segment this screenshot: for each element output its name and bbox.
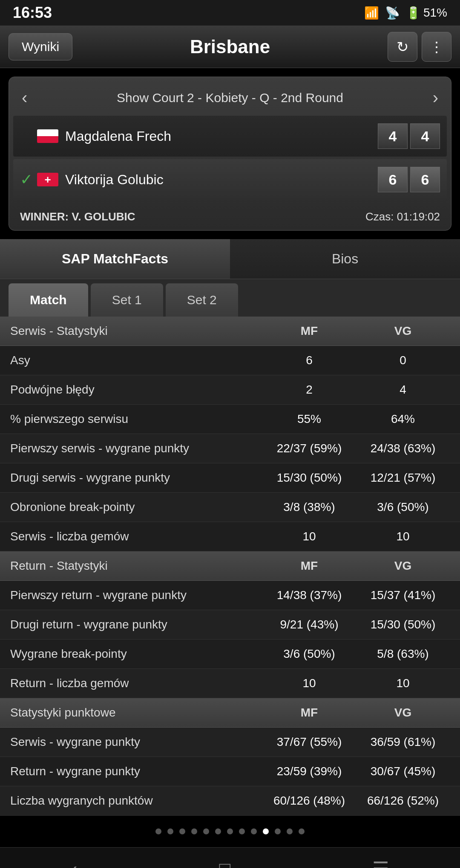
stats-row: Pierwszy serwis - wygrane punkty 22/37 (… [0,434,460,463]
stats-label: Serwis - liczba gemów [10,530,262,543]
stats-label: Wygrane break-pointy [10,647,262,661]
nav-dot[interactable] [263,828,269,834]
stats-label: Serwis - wygrane punkty [10,735,262,749]
stats-col-mf-2: MF [262,706,356,720]
stats-val-mf: 22/37 (59%) [262,442,356,455]
status-time: 16:53 [13,4,52,22]
match-footer: WINNER: V. GOLUBIC Czas: 01:19:02 [13,204,447,226]
stats-val-vg: 15/30 (50%) [356,618,450,631]
stats-val-mf: 9/21 (43%) [262,618,356,631]
stats-val-mf: 60/126 (48%) [262,794,356,808]
menu-icon: ⋮ [429,38,444,55]
player1-set2-score: 4 [410,123,440,149]
stats-row: Return - wygrane punkty 23/59 (39%) 30/6… [0,757,460,786]
stats-val-vg: 30/67 (45%) [356,765,450,778]
stats-val-mf: 3/6 (50%) [262,647,356,661]
header-actions: ↻ ⋮ [388,32,451,62]
nav-dots [0,816,460,847]
stats-val-vg: 36/59 (61%) [356,735,450,749]
stats-val-vg: 66/126 (52%) [356,794,450,808]
stats-val-mf: 6 [262,354,356,367]
stats-col-vg-0: VG [356,324,450,338]
stats-row: Pierwszy return - wygrane punkty 14/38 (… [0,581,460,610]
player2-row: ✓ Viktorija Golubic 6 6 [13,159,447,200]
stats-group-header-0: Serwis - Statystyki MF VG [0,317,460,346]
stats-val-vg: 5/8 (63%) [356,647,450,661]
tab-set2[interactable]: Set 2 [166,283,238,317]
stats-label: Pierwszy return - wygrane punkty [10,588,262,602]
tab-set1[interactable]: Set 1 [91,283,163,317]
player2-name: Viktorija Golubic [65,172,378,188]
stats-label: Obronione break-pointy [10,500,262,514]
stats-group-header-2: Statystyki punktowe MF VG [0,698,460,728]
match-card-header: ‹ Show Court 2 - Kobiety - Q - 2nd Round… [13,81,447,114]
stats-row: Liczba wygranych punktów 60/126 (48%) 66… [0,786,460,816]
player2-set2-score: 6 [410,167,440,192]
stats-group-title-1: Return - Statystyki [10,559,262,573]
nav-dot[interactable] [239,828,245,834]
nav-dot[interactable] [215,828,221,834]
player2-flag [37,173,58,186]
wyniki-button[interactable]: Wyniki [9,33,72,60]
stats-val-mf: 10 [262,530,356,543]
stats-label: Return - liczba gemów [10,677,262,690]
primary-tabs: SAP MatchFacts Bios [0,239,460,279]
back-button[interactable]: ‹ [54,854,95,868]
nav-dot[interactable] [227,828,233,834]
stats-col-mf-0: MF [262,324,356,338]
stats-group-title-2: Statystyki punktowe [10,706,262,720]
battery-icon: 🔋 51% [406,6,447,20]
stats-val-vg: 24/38 (63%) [356,442,450,455]
match-card: ‹ Show Court 2 - Kobiety - Q - 2nd Round… [9,77,451,231]
stats-val-mf: 37/67 (55%) [262,735,356,749]
status-icons: 📶 📡 🔋 51% [364,6,447,20]
nav-dot[interactable] [299,828,305,834]
stats-label: Drugi serwis - wygrane punkty [10,471,262,485]
stats-row: Asy 6 0 [0,346,460,375]
stats-col-vg-1: VG [356,559,450,573]
player1-set1-score: 4 [378,123,408,149]
nav-dot[interactable] [167,828,173,834]
stats-val-vg: 10 [356,530,450,543]
stats-row: % pierwszego serwisu 55% 64% [0,405,460,434]
tab-matchfacts[interactable]: SAP MatchFacts [0,239,230,279]
stats-val-mf: 55% [262,412,356,426]
stats-val-vg: 15/37 (41%) [356,588,450,602]
player1-scores: 4 4 [378,123,440,149]
stats-section: Serwis - Statystyki MF VG Asy 6 0 Podwój… [0,317,460,816]
stats-row: Obronione break-pointy 3/8 (38%) 3/6 (50… [0,493,460,522]
stats-label: Liczba wygranych punktów [10,794,262,808]
tab-bios[interactable]: Bios [230,239,460,279]
stats-val-vg: 64% [356,412,450,426]
nav-dot[interactable] [287,828,293,834]
next-match-arrow[interactable]: › [428,88,443,107]
wifi-icon: 📡 [385,6,400,20]
recent-button[interactable]: ☰ [355,854,406,868]
header-title: Brisbane [190,36,270,57]
stats-label: Asy [10,354,262,367]
refresh-button[interactable]: ↻ [388,32,417,62]
menu-button[interactable]: ⋮ [422,32,451,62]
stats-val-mf: 2 [262,383,356,397]
nav-dot[interactable] [251,828,257,834]
prev-match-arrow[interactable]: ‹ [17,88,32,107]
stats-row: Return - liczba gemów 10 10 [0,669,460,698]
stats-group-title-0: Serwis - Statystyki [10,324,262,338]
tab-match[interactable]: Match [9,283,88,317]
nav-dot[interactable] [179,828,185,834]
stats-row: Drugi serwis - wygrane punkty 15/30 (50%… [0,463,460,493]
stats-val-mf: 23/59 (39%) [262,765,356,778]
stats-val-mf: 3/8 (38%) [262,500,356,514]
signal-icon: 📶 [364,6,379,20]
nav-dot[interactable] [155,828,161,834]
nav-dot[interactable] [203,828,209,834]
stats-col-mf-1: MF [262,559,356,573]
nav-dot[interactable] [191,828,197,834]
secondary-tabs: Match Set 1 Set 2 [0,279,460,317]
home-button[interactable]: □ [202,854,248,868]
header: Wyniki Brisbane ↻ ⋮ [0,26,460,68]
player1-name: Magdalena Frech [65,128,378,144]
stats-val-mf: 10 [262,677,356,690]
nav-dot[interactable] [275,828,281,834]
stats-row: Wygrane break-pointy 3/6 (50%) 5/8 (63%) [0,640,460,669]
